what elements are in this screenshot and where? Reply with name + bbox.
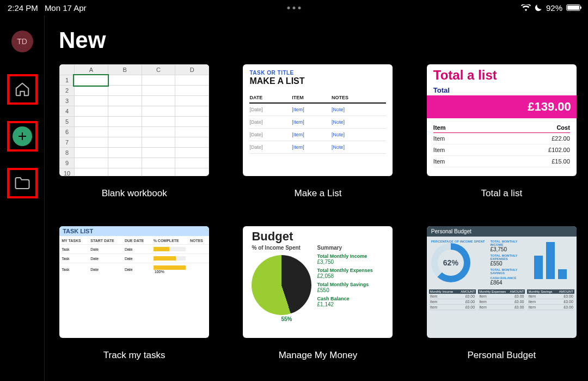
dnd-moon-icon [535,4,542,11]
status-date: Mon 17 Apr [45,3,87,13]
plus-icon [13,126,32,146]
wifi-icon [521,4,531,11]
thumb-manage-money: Budget % of Income Spent 55% Summary Tot… [243,226,393,338]
bar-chart-icon [534,240,572,279]
template-track-my-tasks[interactable]: TASK LIST MY TASKSSTART DATEDUE DATE% CO… [59,226,210,361]
template-caption: Make a List [295,188,342,199]
thumb-total-a-list: Total a list Total £139.00 ItemCostItem£… [427,64,577,176]
files-button[interactable] [7,168,38,198]
new-button[interactable] [7,121,38,152]
multitask-dots[interactable] [287,7,301,9]
thumb-track-tasks: TASK LIST MY TASKSSTART DATEDUE DATE% CO… [59,226,209,338]
battery-pct: 92% [546,3,562,13]
template-manage-my-money[interactable]: Budget % of Income Spent 55% Summary Tot… [242,226,393,361]
sidebar: TD [0,15,45,381]
pie-icon [252,255,311,315]
template-grid: ABCD12345678910 Blank workbook TASK OR T… [59,64,577,361]
status-time: 2:24 PM [8,3,38,13]
template-caption: Track my tasks [103,350,166,361]
thumb-personal-budget: Personal Budget PERCENTAGE OF INCOME SPE… [427,226,577,338]
template-caption: Total a list [481,188,523,199]
template-make-a-list[interactable]: TASK OR TITLE MAKE A LIST DATEITEMNOTES[… [242,64,393,199]
thumb-make-a-list: TASK OR TITLE MAKE A LIST DATEITEMNOTES[… [243,64,393,176]
template-personal-budget[interactable]: Personal Budget PERCENTAGE OF INCOME SPE… [426,226,577,361]
avatar[interactable]: TD [11,31,33,52]
donut-icon: 62% [431,243,470,282]
template-caption: Personal Budget [467,350,536,361]
template-total-a-list[interactable]: Total a list Total £139.00 ItemCostItem£… [426,64,577,199]
home-button[interactable] [7,74,38,105]
template-caption: Manage My Money [279,350,358,361]
page-title: New [59,27,577,53]
template-caption: Blank workbook [102,188,167,199]
thumb-blank-workbook: ABCD12345678910 [59,64,209,176]
template-blank-workbook[interactable]: ABCD12345678910 Blank workbook [59,64,210,199]
status-bar: 2:24 PM Mon 17 Apr 92% [0,0,588,15]
battery-icon [566,4,580,11]
